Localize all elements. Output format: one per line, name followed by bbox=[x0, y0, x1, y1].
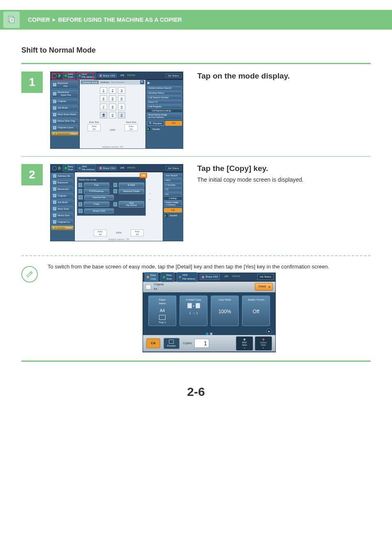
breadcrumb-copier[interactable]: COPIER bbox=[28, 16, 50, 23]
detail-button[interactable]: Detail bbox=[255, 283, 273, 291]
colour-start-button[interactable]: ◈Colour Start● bbox=[255, 336, 272, 351]
job-status-button[interactable]: Job Status bbox=[166, 74, 181, 78]
tab-easy-scan[interactable]: Easy Scan bbox=[63, 72, 75, 79]
speaker-icon bbox=[147, 127, 151, 131]
r-history[interactable]: story bbox=[164, 178, 182, 182]
key-9[interactable]: 9 bbox=[118, 104, 125, 110]
r-call-number[interactable]: h Number bbox=[164, 183, 182, 187]
tab-hdd[interactable]: HDD File retrieve bbox=[77, 164, 96, 172]
mode-ftp[interactable]: FTP/DesktopNetwork Folder bbox=[78, 189, 144, 194]
breadcrumb-section[interactable]: BEFORE USING THE MACHINE AS A COPIER bbox=[58, 16, 182, 23]
next-page-icon[interactable]: ▶ bbox=[266, 328, 272, 334]
sidebar-resolution[interactable]: Resolution bbox=[51, 186, 74, 192]
tile-staple[interactable]: Staple / Punch Off bbox=[242, 296, 270, 326]
tab-sharp-osa[interactable]: Sharp OSA bbox=[98, 166, 117, 171]
ok-button[interactable]: OK bbox=[140, 173, 148, 178]
tab-sharp-osa[interactable]: Sharp OSA bbox=[98, 74, 117, 78]
sidebar-job-build[interactable]: Job Build bbox=[51, 199, 74, 205]
sidebar-resolution[interactable]: ResolutionSuper Fine bbox=[51, 90, 78, 98]
key-4[interactable]: 4 bbox=[100, 95, 107, 102]
r-call-number[interactable]: Call Search Number bbox=[147, 95, 182, 99]
mode-ifax[interactable]: Internet Fax bbox=[78, 195, 144, 200]
left-sidebar: Address Bo Exposure Resolution Original … bbox=[51, 172, 75, 241]
status-line: LINE bbox=[120, 74, 124, 76]
tab-hdd[interactable]: HDD File retrieve bbox=[177, 272, 197, 282]
key-2[interactable]: 2 bbox=[109, 87, 116, 94]
pager-dot[interactable] bbox=[210, 333, 212, 335]
sidebar-exposure[interactable]: Exposure bbox=[51, 180, 74, 185]
sidebar-original[interactable]: Original bbox=[51, 193, 74, 199]
sidebar-original-count[interactable]: Original Co bbox=[51, 219, 74, 225]
r-send-same[interactable]: Send Same Image as Fax Address bbox=[147, 113, 182, 120]
tile-copy-ratio[interactable]: Copy Ratio 100% bbox=[211, 296, 239, 326]
mode-copy[interactable]: CopyHDD File retrieve bbox=[78, 201, 144, 208]
sidebar-others[interactable]: ★▾Others bbox=[51, 226, 74, 230]
speaker-button[interactable]: Speaker bbox=[147, 127, 182, 131]
ca-button[interactable]: CA bbox=[165, 121, 182, 126]
r-global-search[interactable]: ress Search bbox=[164, 173, 182, 178]
sidebar-slow-scan[interactable]: Slow Scan bbox=[51, 206, 74, 212]
key-1[interactable]: 1 bbox=[100, 87, 107, 94]
key-3[interactable]: 3 bbox=[118, 87, 125, 94]
scan-pct: 100% bbox=[110, 129, 115, 131]
key-star[interactable]: ✱ bbox=[100, 112, 107, 118]
r-direct-tx[interactable]: TX bbox=[164, 187, 182, 192]
send-size[interactable]: Send SizeAutoA4 bbox=[125, 121, 138, 131]
key-hash[interactable]: # bbox=[118, 112, 125, 118]
job-status-button[interactable]: Job Status bbox=[257, 274, 274, 280]
tile-paper-select[interactable]: Paper Select A4 Tray 1 bbox=[148, 296, 176, 326]
sidebar-others[interactable]: ★▾Others bbox=[51, 132, 78, 136]
expand-icon[interactable]: ▶ bbox=[147, 81, 182, 86]
dotted-divider bbox=[21, 255, 371, 256]
status-line: LINE bbox=[224, 275, 228, 278]
search-icon[interactable]: 🔍 bbox=[140, 80, 144, 84]
sidebar-job-build[interactable]: Job Build bbox=[51, 105, 78, 111]
scroll-up-icon[interactable]: ▲ bbox=[148, 192, 151, 195]
job-status-button[interactable]: Job Status bbox=[166, 166, 181, 171]
key-5[interactable]: 5 bbox=[109, 95, 116, 102]
scan-size[interactable]: Scan SizeAutoA4 bbox=[88, 121, 101, 131]
tab-easy-copy[interactable]: Easy Copy bbox=[145, 272, 158, 282]
r-direct-tx[interactable]: Direct TX bbox=[147, 100, 182, 104]
key-0[interactable]: 0 bbox=[109, 112, 116, 118]
r-send-same[interactable]: Same Image s Address bbox=[164, 200, 182, 207]
speaker-button[interactable]: Speaker bbox=[164, 214, 182, 218]
screenshot-step1: Easy Scan HDD File retrieve Sharp OSA LI… bbox=[50, 72, 183, 149]
sidebar-exposure[interactable]: ExposureAuto bbox=[51, 81, 78, 89]
sidebar-original-count[interactable]: Original Count bbox=[51, 125, 78, 131]
section-title: Shift to Normal Mode bbox=[21, 46, 392, 55]
ca-button[interactable]: CA bbox=[146, 338, 160, 348]
ftp-icon bbox=[78, 189, 82, 193]
note-block: To switch from the base screen of easy m… bbox=[21, 263, 371, 358]
r-global-search[interactable]: Global Address Search bbox=[147, 86, 182, 90]
ifax-icon bbox=[78, 195, 83, 199]
mode-fax[interactable]: FaxE-Mail bbox=[78, 183, 144, 188]
r-call-program[interactable]: am bbox=[164, 192, 182, 196]
bw-start-button[interactable]: ◈B/W Start● bbox=[236, 336, 253, 351]
tab-hdd[interactable]: HDD File retrieve bbox=[77, 72, 96, 79]
r-call-program[interactable]: Call Program bbox=[147, 104, 182, 109]
sidebar-mixed-size[interactable]: Mixed Size bbox=[51, 213, 74, 218]
copies-value[interactable]: 1 bbox=[194, 339, 209, 348]
sidebar-slow-scan[interactable]: Slow Scan Mode bbox=[51, 112, 78, 118]
ca-button[interactable]: CA bbox=[164, 208, 182, 213]
tab-easy-scan[interactable]: Easy Scan bbox=[161, 272, 174, 282]
mode-sharp[interactable]: Sharp OSA bbox=[78, 208, 144, 214]
step2-title: Tap the [Copy] key. bbox=[197, 164, 371, 173]
r-history[interactable]: Sending History bbox=[147, 91, 182, 95]
sidebar-address-book[interactable]: Address Bo bbox=[51, 173, 74, 179]
sidebar-mixed-size[interactable]: Mixed Size Orig. bbox=[51, 118, 78, 124]
scroll-down-icon[interactable]: ▼ bbox=[148, 198, 151, 201]
key-6[interactable]: 6 bbox=[118, 95, 125, 102]
sidebar-original[interactable]: Original bbox=[51, 99, 78, 104]
key-7[interactable]: 7 bbox=[100, 104, 107, 110]
preview-button[interactable]: 🔍 Preview bbox=[147, 121, 164, 126]
tab-easy-scan[interactable]: Easy Scan bbox=[63, 164, 75, 172]
tile-2sided[interactable]: 2-Sided Copy ▸ 1 → 1 bbox=[180, 296, 208, 326]
pager-dot[interactable] bbox=[206, 333, 208, 335]
key-8[interactable]: 8 bbox=[109, 104, 116, 110]
preview-button[interactable]: Preview bbox=[164, 338, 180, 349]
address-book-tab[interactable]: Address Book bbox=[81, 81, 99, 84]
tab-sharp-osa[interactable]: Sharp OSA bbox=[200, 274, 220, 280]
osa-icon bbox=[202, 276, 204, 278]
